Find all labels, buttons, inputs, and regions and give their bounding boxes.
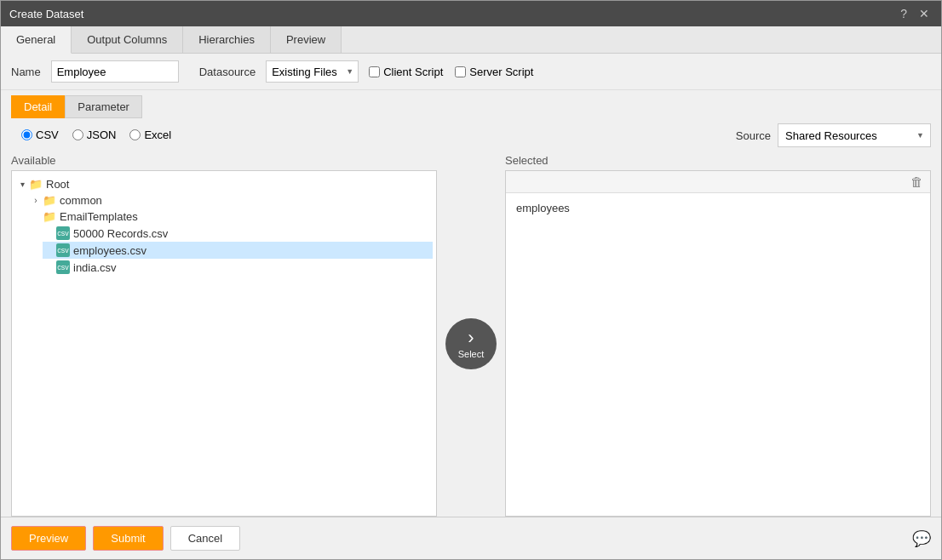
footer: Preview Submit Cancel 💬 [1,517,941,559]
file-label-employees: employees.csv [73,244,146,257]
datasource-select-wrap: Existing Files [266,60,359,83]
available-label: Available [11,151,437,170]
select-button[interactable]: › Select [445,318,497,369]
csv-file-icon-50000: csv [56,226,70,240]
tab-hierarchies[interactable]: Hierarchies [183,26,271,53]
file-label-50000: 50000 Records.csv [73,227,168,240]
client-script-input[interactable] [369,66,380,77]
selected-file-employees[interactable]: employees [509,198,927,218]
email-templates-label: EmailTemplates [60,210,138,223]
help-button[interactable]: ? [897,7,910,20]
middle-section: › Select [437,170,505,517]
tree-item-india[interactable]: csv india.csv [43,259,433,276]
preview-button[interactable]: Preview [11,526,86,551]
client-script-label: Client Script [383,66,443,78]
sub-tabs: Detail Parameter [1,90,941,118]
client-script-checkbox[interactable]: Client Script [369,66,443,78]
json-radio[interactable] [72,129,83,140]
root-toggle[interactable]: ▾ [15,180,29,189]
common-folder-icon: 📁 [43,194,56,207]
tree-item-employees[interactable]: csv employees.csv [43,242,433,259]
select-arrow-icon: › [468,329,474,347]
main-tabs: General Output Columns Hierarchies Previ… [1,26,941,54]
tree-item-root[interactable]: ▾ 📁 Root [15,176,433,192]
root-children: › 📁 common 📁 EmailTemplates [15,192,433,276]
name-label: Name [11,66,41,78]
sub-tab-detail[interactable]: Detail [11,95,65,118]
csv-file-icon-india: csv [56,260,70,274]
cancel-button[interactable]: Cancel [170,526,240,551]
panels-row: ▾ 📁 Root › 📁 common [1,170,941,517]
name-input[interactable] [51,60,179,83]
selected-label: Selected [505,151,931,170]
selected-file-label: employees [516,202,570,214]
common-toggle[interactable]: › [29,196,43,205]
tab-preview[interactable]: Preview [271,26,342,53]
source-select[interactable]: Shared Resources [778,123,931,147]
create-dataset-dialog: Create Dataset ? ✕ General Output Column… [0,0,942,560]
source-select-wrap: Shared Resources [778,123,931,147]
submit-button[interactable]: Submit [93,526,163,551]
tree-item-common[interactable]: › 📁 common [29,192,433,209]
available-panel: ▾ 📁 Root › 📁 common [11,170,437,517]
json-radio-item[interactable]: JSON [72,129,117,141]
selected-panel: 🗑 employees [505,170,931,517]
file-list: csv 50000 Records.csv csv employees.csv … [29,225,433,276]
sub-tab-parameter[interactable]: Parameter [65,95,142,118]
csv-radio-item[interactable]: CSV [21,129,59,141]
select-btn-label: Select [458,349,485,359]
checkbox-group: Client Script Server Script [369,66,533,78]
close-button[interactable]: ✕ [916,7,933,20]
feedback-icon[interactable]: 💬 [912,529,931,548]
tab-general[interactable]: General [1,26,72,54]
server-script-input[interactable] [455,66,466,77]
root-folder-icon: 📁 [29,178,43,191]
file-options: CSV JSON Excel [11,125,181,146]
csv-radio[interactable] [21,129,32,140]
file-label-india: india.csv [73,261,117,274]
server-script-checkbox[interactable]: Server Script [455,66,533,78]
server-script-label: Server Script [469,66,533,78]
excel-label: Excel [144,129,171,141]
common-label: common [60,194,102,207]
tree-item-email-templates[interactable]: 📁 EmailTemplates [29,209,433,225]
tree-item-50000[interactable]: csv 50000 Records.csv [43,225,433,242]
delete-icon[interactable]: 🗑 [910,174,923,189]
available-panel-body: ▾ 📁 Root › 📁 common [12,171,436,516]
form-row: Name Datasource Existing Files Client Sc… [1,54,941,90]
json-label: JSON [87,129,117,141]
title-bar: Create Dataset ? ✕ [1,1,941,26]
root-label: Root [46,178,69,191]
csv-file-icon-employees: csv [56,243,70,257]
excel-radio-item[interactable]: Excel [129,129,171,141]
content-area: CSV JSON Excel Source Shared Resources [1,118,941,517]
datasource-select[interactable]: Existing Files [266,60,359,83]
dialog-title: Create Dataset [9,8,83,20]
csv-label: CSV [36,129,59,141]
datasource-label: Datasource [199,66,256,78]
tab-output-columns[interactable]: Output Columns [72,26,183,53]
excel-radio[interactable] [129,129,141,140]
email-folder-icon: 📁 [43,210,56,223]
title-bar-controls: ? ✕ [897,7,933,20]
selected-panel-body: employees [506,193,930,516]
source-label: Source [736,129,771,142]
